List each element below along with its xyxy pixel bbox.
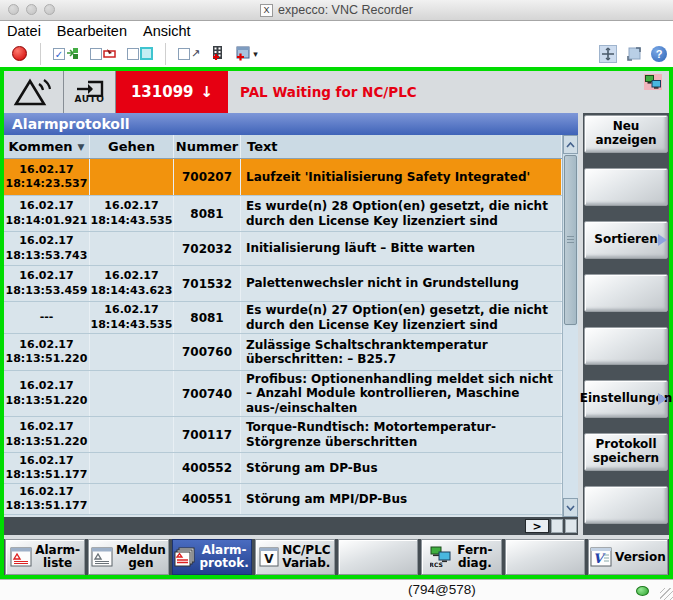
alarm-row[interactable]: 16.02.17 18:13:51.220 700740 Profibus: O… [4,371,562,417]
alarm-protocol-icon [174,547,196,567]
resize-window-icon[interactable] [626,46,642,62]
alarm-triangle-icon [11,76,57,108]
alarm-row[interactable]: 16.02.17 18:13:51.220 700760 Zulässige S… [4,334,562,371]
softkey-empty[interactable] [584,168,668,206]
alarm-number: 131099 [131,83,194,101]
cell-gehen: 16.02.17 18:14:43.535 [90,196,174,231]
record-region-toggle[interactable] [127,47,153,60]
cell-kommen: 16.02.17 18:13:51.220 [4,371,90,416]
alarm-list-icon [10,547,32,567]
alarm-row-selected[interactable]: 16.02.17 18:14:23.537 700207 Laufzeit 'I… [4,159,562,196]
tab-alarmprotokoll-active[interactable]: Alarm- protok. [172,539,252,575]
svg-text:RCS: RCS [430,561,443,568]
scrollbar-track[interactable] [563,326,578,498]
help-icon[interactable]: ? [651,46,667,62]
alarm-row[interactable]: 16.02.17 18:13:51.177 400551 Störung am … [4,484,562,515]
alarm-row[interactable]: 16.02.17 18:14:01.921 16.02.17 18:14:43.… [4,196,562,232]
window-plus-icon [235,46,251,61]
move-crosshair-icon[interactable] [599,45,617,63]
alarm-status-message: PAL Waiting for NC/PLC [240,84,417,100]
softkey-arrow-icon [658,234,667,246]
alarm-table-columns: Kommen ▼ Gehen Nummer Text 16.02.17 18:1… [4,135,562,517]
hscroll-cell[interactable] [551,519,563,533]
toolbar-right-group: ? [599,45,667,63]
resize-grip[interactable] [660,588,673,600]
cell-gehen [90,484,174,514]
cell-kommen: 16.02.17 18:13:51.220 [4,417,90,452]
scrollbar-thumb[interactable] [564,155,577,325]
scroll-right-button[interactable]: > [525,519,549,533]
menu-datei[interactable]: Datei [7,23,41,39]
tab-version[interactable]: V Version [588,539,668,575]
tab-ncplc-variablen[interactable]: V NC/PLC Variab. [255,539,335,575]
softkey-empty[interactable] [584,327,668,365]
svg-text:V: V [264,552,274,566]
menu-bearbeiten[interactable]: Bearbeiten [57,23,127,39]
cell-text: Palettenwechsler nicht in Grundstellung [241,266,562,301]
scroll-up-button[interactable] [563,135,578,154]
alarm-down-arrow-icon: ↓ [201,83,214,101]
auto-mode-label: AUTO [75,94,105,104]
col-header-gehen[interactable]: Gehen [90,135,174,158]
record-button-icon[interactable] [12,46,27,61]
tab-empty[interactable] [338,539,418,575]
app-window: X expecco: VNC Recorder Datei Bearbeiten… [0,0,673,600]
alarm-row[interactable]: 16.02.17 18:13:51.220 700117 Torque-Rund… [4,417,562,453]
minimize-button[interactable] [26,4,37,15]
cell-kommen: --- [4,302,90,333]
cell-nummer: 8081 [174,196,241,231]
record-pointer-toggle[interactable]: ✓ [53,47,80,60]
checkbox-empty-icon [90,48,102,60]
cell-nummer: 8081 [174,302,241,333]
softkey-column: Neu anzeigen Sortieren Einstellungen Pro… [583,113,669,535]
alarm-row[interactable]: 16.02.17 18:13:53.459 16.02.17 18:14:43.… [4,266,562,302]
cell-text: Es wurde(n) 28 Option(en) gesetzt, die n… [241,196,562,231]
statusbar: (794@578) [0,579,673,600]
zoom-button[interactable] [44,4,55,15]
tab-empty[interactable] [505,539,585,575]
close-button[interactable] [8,4,19,15]
softkey-neu-anzeigen[interactable]: Neu anzeigen [584,115,668,153]
softkey-einstellungen[interactable]: Einstellungen [584,380,668,418]
toolbar-separator [40,43,41,65]
record-cursor-toggle[interactable] [90,47,117,60]
add-film-button[interactable] [210,46,225,62]
cell-kommen: 16.02.17 18:14:01.921 [4,196,90,231]
col-header-kommen[interactable]: Kommen ▼ [4,135,90,158]
vnc-display: AUTO 131099 ↓ PAL Waiting for NC/PLC Ala… [0,67,673,579]
alarm-row[interactable]: 16.02.17 18:13:51.177 400552 Störung am … [4,453,562,484]
add-window-menu-button[interactable]: ▾ [235,46,258,61]
tab-ferndiagnose[interactable]: RCS Fern- diag. [421,539,501,575]
cell-nummer: 700207 [174,159,241,195]
tab-meldungen[interactable]: Meldun gen [88,539,168,575]
col-header-text[interactable]: Text [241,135,562,158]
cell-nummer: 400552 [174,453,241,483]
green-steps-icon [66,47,80,60]
col-header-nummer[interactable]: Nummer [174,135,241,158]
table-header-row: Kommen ▼ Gehen Nummer Text [4,135,562,159]
active-alarm-badge[interactable]: 131099 ↓ [116,71,228,113]
alarm-row[interactable]: --- 16.02.17 18:14:43.535 8081 Es wurde(… [4,302,562,334]
window-title: expecco: VNC Recorder [278,3,413,17]
cell-nummer: 700117 [174,417,241,452]
checkbox-checked-icon: ✓ [53,48,65,60]
softkey-empty[interactable] [584,274,668,312]
cell-nummer: 700760 [174,334,241,370]
cell-text: Laufzeit 'Initialisierung Safety Integra… [241,159,562,195]
vertical-scrollbar[interactable] [562,135,578,517]
menu-ansicht[interactable]: Ansicht [143,23,191,39]
tab-alarmliste[interactable]: Alarm- liste [5,539,85,575]
hscroll-cell[interactable] [565,519,577,533]
hmi-content: Alarmprotokoll Kommen ▼ Gehen Nummer Tex… [4,113,669,535]
scroll-down-button[interactable] [563,498,578,517]
open-window-toggle[interactable]: ↗ [178,47,200,60]
softkey-protokoll-speichern[interactable]: Protokoll speichern [584,433,668,471]
cell-text: Initialisierung läuft – Bitte warten [241,232,562,265]
cell-kommen: 16.02.17 18:13:53.743 [4,232,90,265]
softkey-sortieren[interactable]: Sortieren [584,221,668,259]
alarm-protocol-panel: Alarmprotokoll Kommen ▼ Gehen Nummer Tex… [4,113,578,535]
alarm-row[interactable]: 16.02.17 18:13:53.743 702032 Initialisie… [4,232,562,266]
cell-nummer: 400551 [174,484,241,514]
cell-kommen: 16.02.17 18:14:23.537 [4,159,90,195]
softkey-empty[interactable] [584,486,668,524]
